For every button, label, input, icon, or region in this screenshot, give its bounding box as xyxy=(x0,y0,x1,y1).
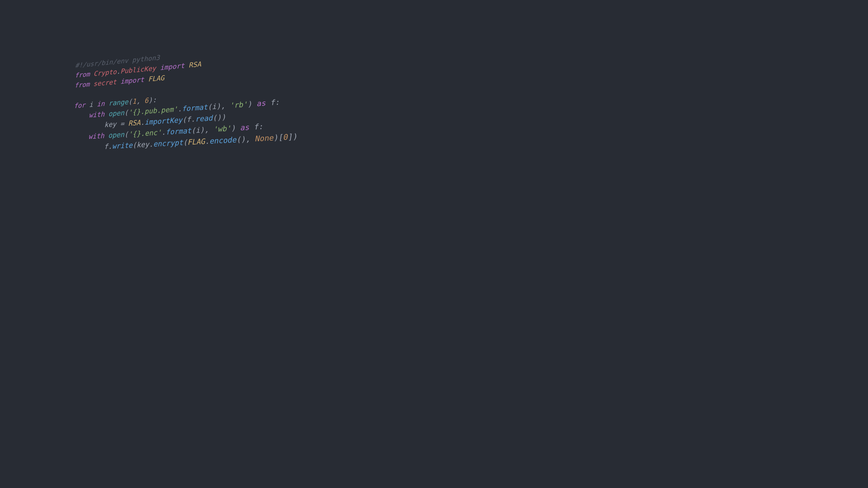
code-token: 1 xyxy=(132,97,136,105)
code-token: import xyxy=(160,62,184,72)
code-token: write xyxy=(112,141,132,151)
code-token: (f. xyxy=(182,115,195,124)
code-token: ): xyxy=(148,96,157,104)
code-token: as xyxy=(240,123,249,132)
code-token: read xyxy=(195,113,213,123)
code-token: f: xyxy=(249,122,264,131)
code-token: (i), xyxy=(191,125,213,135)
code-token: encode xyxy=(209,135,237,145)
code-token: None xyxy=(254,133,274,143)
code-token xyxy=(73,133,89,142)
code-token: secret xyxy=(93,78,116,88)
code-token: (i), xyxy=(207,101,230,111)
code-token: 'rb' xyxy=(229,100,248,110)
code-token: Crypto xyxy=(94,68,117,77)
code-token: , xyxy=(136,97,145,105)
code-token xyxy=(184,61,189,69)
code-token: ]) xyxy=(287,132,298,141)
code-token: ()) xyxy=(212,113,226,122)
code-token: 'wb' xyxy=(213,124,231,134)
code-token xyxy=(156,64,160,72)
code-token: FLAG xyxy=(148,74,164,83)
code-token: in xyxy=(97,100,105,108)
python-code-block: #!/usr/bin/env python3from Crypto.Public… xyxy=(72,40,298,154)
code-token xyxy=(105,99,109,107)
code-token: f. xyxy=(72,142,112,153)
code-token: i xyxy=(85,100,97,109)
code-token: as xyxy=(256,99,266,108)
code-token: range xyxy=(108,98,128,107)
code-token: (key. xyxy=(132,140,153,149)
code-token: ( xyxy=(183,138,188,147)
code-token: importKey xyxy=(145,116,182,126)
code-token: RSA xyxy=(128,119,141,127)
code-token: encrypt xyxy=(153,138,183,149)
code-token: . xyxy=(205,137,210,146)
code-token: for xyxy=(74,101,86,109)
code-token: f: xyxy=(265,98,280,107)
code-token xyxy=(104,131,108,140)
code-token xyxy=(73,111,89,120)
code-token: RSA xyxy=(188,60,202,69)
code-token: ) xyxy=(231,123,241,133)
code-token: format xyxy=(182,103,208,113)
code-token: with xyxy=(89,110,104,119)
code-token: '{}.pub.pem' xyxy=(128,105,178,117)
code-token: PublicKey xyxy=(121,64,156,75)
code-token xyxy=(104,110,108,118)
code-token: )[ xyxy=(273,133,283,142)
code-token: from xyxy=(75,70,90,79)
code-token xyxy=(90,80,94,88)
code-token: . xyxy=(161,128,166,136)
code-token: (), xyxy=(236,134,255,144)
code-token: from xyxy=(74,80,90,89)
code-token: 6 xyxy=(144,96,148,105)
code-token: FLAG xyxy=(187,137,205,147)
code-token: ( xyxy=(124,130,128,139)
code-token: import xyxy=(121,76,144,86)
code-token: open xyxy=(108,130,124,140)
code-token: ( xyxy=(124,108,128,117)
code-token xyxy=(90,70,94,78)
code-token: . xyxy=(178,105,182,113)
code-token: . xyxy=(116,68,120,75)
code-token xyxy=(116,78,120,86)
code-token: '{}.enc' xyxy=(128,128,162,138)
code-token: with xyxy=(88,131,104,140)
code-token: ) xyxy=(247,99,257,108)
code-token: open xyxy=(108,109,124,118)
code-token: . xyxy=(141,118,145,127)
code-token: format xyxy=(165,126,191,136)
code-token xyxy=(144,75,148,84)
code-token: ( xyxy=(128,98,132,106)
code-stage: #!/usr/bin/env python3from Crypto.Public… xyxy=(0,0,329,184)
